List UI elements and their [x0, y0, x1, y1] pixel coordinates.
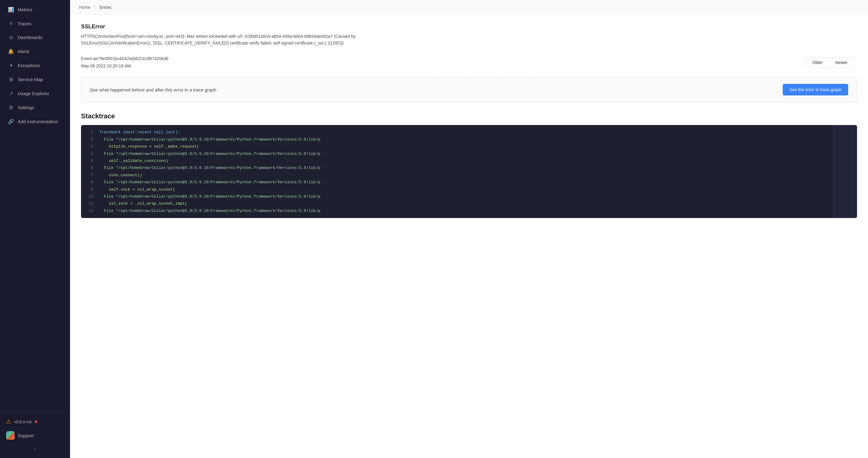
- code-line: 2 File "/opt/homebrew/Cellar/python@3.9/…: [81, 136, 857, 143]
- line-number: 10: [81, 193, 99, 200]
- line-content: File "/opt/homebrew/Cellar/python@3.9/3.…: [99, 179, 320, 186]
- line-content: File "/opt/homebrew/Cellar/python@3.9/3.…: [99, 207, 320, 214]
- sidebar-label-usage-explorer: Usage Explorer: [18, 91, 49, 96]
- line-number: 7: [81, 172, 99, 179]
- exceptions-icon: ✦: [8, 62, 14, 68]
- line-number: 3: [81, 143, 99, 150]
- error-message: HTTPSConnectionPool(host='uen.mocky.io',…: [81, 33, 416, 47]
- version-bar: ⚠ v0.8.0-rc6: [0, 415, 70, 428]
- main-content: Home / Errors SSLError HTTPSConnectionPo…: [70, 0, 868, 458]
- metrics-icon: 📊: [8, 7, 14, 12]
- breadcrumb-current: Errors: [100, 5, 111, 10]
- code-block: 1Traceback (most recent call last):2 Fil…: [81, 125, 857, 218]
- line-content: File "/opt/homebrew/Cellar/python@3.9/3.…: [99, 150, 320, 158]
- breadcrumb-home[interactable]: Home: [79, 5, 90, 10]
- line-number: 11: [81, 200, 99, 207]
- line-number: 8: [81, 179, 99, 186]
- event-nav: Older Newer: [806, 57, 854, 68]
- code-line: 7 conn.connect(): [81, 172, 857, 179]
- event-id: ae79e0501bc443c5a562241867420648: [93, 56, 169, 61]
- older-button[interactable]: Older: [806, 57, 829, 68]
- code-line: 8 File "/opt/homebrew/Cellar/python@3.9/…: [81, 179, 857, 186]
- line-number: 5: [81, 158, 99, 164]
- trace-graph-button[interactable]: See the error in trace graph: [783, 84, 848, 95]
- newer-button[interactable]: Newer: [829, 57, 854, 68]
- code-minimap: [833, 125, 857, 218]
- sidebar-item-usage-explorer[interactable]: ↗ Usage Explorer: [2, 87, 68, 100]
- version-dot: [35, 421, 37, 423]
- line-content: Traceback (most recent call last):: [99, 129, 180, 136]
- alerts-icon: 🔔: [8, 49, 14, 54]
- sidebar-item-service-map[interactable]: ⊞ Service Map: [2, 73, 68, 86]
- code-line: 1Traceback (most recent call last):: [81, 129, 857, 136]
- sidebar-label-add-instrumentation: Add instrumentation: [18, 119, 58, 124]
- sidebar-item-settings[interactable]: ⚙ Settings: [2, 101, 68, 114]
- collapse-button[interactable]: ‹: [0, 443, 70, 454]
- line-content: httplib_response = self._make_request(: [99, 143, 199, 150]
- sidebar-label-service-map: Service Map: [18, 77, 43, 82]
- traces-icon: ≡: [8, 21, 14, 26]
- line-content: conn.connect(): [99, 172, 142, 179]
- support-icon: [6, 431, 14, 440]
- trace-banner-text: See what happened before and after this …: [90, 87, 216, 92]
- sidebar-nav: 📊 Metrics ≡ Traces ⊙ Dashboards 🔔 Alerts…: [0, 0, 70, 411]
- sidebar-label-traces: Traces: [18, 21, 31, 26]
- dashboards-icon: ⊙: [8, 34, 14, 40]
- event-info: Event ae79e0501bc443c5a562241867420648 M…: [81, 55, 168, 70]
- line-number: 12: [81, 207, 99, 214]
- sidebar: 📊 Metrics ≡ Traces ⊙ Dashboards 🔔 Alerts…: [0, 0, 70, 458]
- sidebar-label-settings: Settings: [18, 105, 34, 110]
- line-content: self.sock = ssl_wrap_socket(: [99, 186, 176, 193]
- line-content: File "/opt/homebrew/Cellar/python@3.9/3.…: [99, 193, 320, 200]
- line-content: ssl_sock = _ssl_wrap_socket_impl(: [99, 200, 187, 207]
- event-label: Event: [81, 56, 93, 61]
- line-number: 2: [81, 136, 99, 143]
- code-line: 5 self._validate_conn(conn): [81, 158, 857, 164]
- breadcrumb: Home / Errors: [70, 0, 868, 15]
- code-line: 9 self.sock = ssl_wrap_socket(: [81, 186, 857, 193]
- add-instrumentation-icon: 🔗: [8, 119, 14, 124]
- line-content: File "/opt/homebrew/Cellar/python@3.9/3.…: [99, 164, 320, 171]
- collapse-icon: ‹: [34, 446, 36, 451]
- line-number: 9: [81, 186, 99, 193]
- code-line: 11 ssl_sock = _ssl_wrap_socket_impl(: [81, 200, 857, 207]
- event-id-line: Event ae79e0501bc443c5a562241867420648: [81, 55, 168, 62]
- code-line: 6 File "/opt/homebrew/Cellar/python@3.9/…: [81, 164, 857, 171]
- sidebar-item-add-instrumentation[interactable]: 🔗 Add instrumentation: [2, 115, 68, 128]
- sidebar-item-dashboards[interactable]: ⊙ Dashboards: [2, 30, 68, 44]
- stacktrace-title: Stacktrace: [81, 112, 857, 120]
- usage-explorer-icon: ↗: [8, 91, 14, 96]
- line-content: self._validate_conn(conn): [99, 158, 168, 164]
- warning-icon: ⚠: [6, 418, 11, 425]
- line-number: 6: [81, 164, 99, 171]
- trace-banner: See what happened before and after this …: [81, 77, 857, 103]
- code-line: 12 File "/opt/homebrew/Cellar/python@3.9…: [81, 207, 857, 214]
- event-section: Event ae79e0501bc443c5a562241867420648 M…: [81, 55, 857, 70]
- service-map-icon: ⊞: [8, 77, 14, 82]
- sidebar-label-alerts: Alerts: [18, 49, 29, 54]
- settings-icon: ⚙: [8, 105, 14, 110]
- sidebar-label-exceptions: Exceptions: [18, 63, 40, 68]
- line-number: 4: [81, 150, 99, 158]
- code-line: 3 httplib_response = self._make_request(: [81, 143, 857, 150]
- sidebar-item-alerts[interactable]: 🔔 Alerts: [2, 45, 68, 58]
- sidebar-footer: ⚠ v0.8.0-rc6 Support ‹: [0, 411, 70, 458]
- error-title: SSLError: [81, 24, 857, 30]
- sidebar-item-traces[interactable]: ≡ Traces: [2, 17, 68, 30]
- sidebar-label-metrics: Metrics: [18, 7, 32, 12]
- event-date: May 06 2022 10:20:19 AM: [81, 62, 168, 70]
- code-line: 10 File "/opt/homebrew/Cellar/python@3.9…: [81, 193, 857, 200]
- sidebar-item-metrics[interactable]: 📊 Metrics: [2, 3, 68, 17]
- code-line: 4 File "/opt/homebrew/Cellar/python@3.9/…: [81, 150, 857, 158]
- support-label: Support: [18, 433, 34, 438]
- sidebar-item-exceptions[interactable]: ✦ Exceptions: [2, 59, 68, 72]
- breadcrumb-separator: /: [93, 5, 95, 10]
- version-label: v0.8.0-rc6: [14, 420, 32, 424]
- line-content: File "/opt/homebrew/Cellar/python@3.9/3.…: [99, 136, 320, 143]
- sidebar-label-dashboards: Dashboards: [18, 35, 42, 40]
- line-number: 1: [81, 129, 99, 136]
- support-bar[interactable]: Support: [0, 428, 70, 443]
- page-content: SSLError HTTPSConnectionPool(host='uen.m…: [70, 15, 868, 227]
- code-content: 1Traceback (most recent call last):2 Fil…: [81, 125, 857, 218]
